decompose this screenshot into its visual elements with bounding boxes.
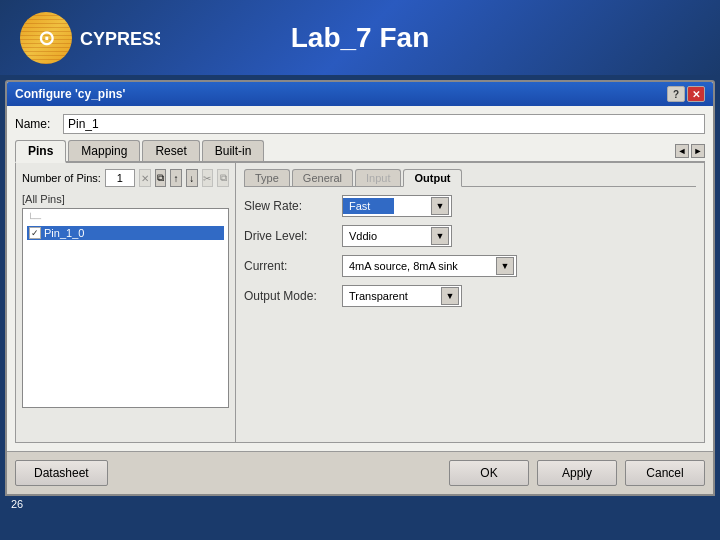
pin-list: └─ ✓ Pin_1_0 — [22, 208, 229, 408]
all-pins-label: [All Pins] — [22, 193, 229, 205]
pin-name: Pin_1_0 — [44, 227, 84, 239]
tab-pins[interactable]: Pins — [15, 140, 66, 163]
tab-builtin[interactable]: Built-in — [202, 140, 265, 161]
right-panel: Type General Input Output Slew Rate: Fas… — [236, 163, 704, 442]
remove-pin-button[interactable]: ✕ — [139, 169, 151, 187]
drive-level-arrow[interactable]: ▼ — [431, 227, 449, 245]
move-up-button[interactable]: ↑ — [170, 169, 182, 187]
footer-right: OK Apply Cancel — [449, 460, 705, 486]
output-mode-label: Output Mode: — [244, 289, 334, 303]
page-number: 26 — [5, 496, 715, 512]
name-input[interactable] — [63, 114, 705, 134]
dialog-body: Name: Pins Mapping Reset Built-in ◄ ► Nu… — [7, 106, 713, 451]
num-pins-input[interactable] — [105, 169, 135, 187]
pin-checkbox[interactable]: ✓ — [29, 227, 41, 239]
cancel-button[interactable]: Cancel — [625, 460, 705, 486]
dialog-footer: Datasheet OK Apply Cancel — [7, 451, 713, 494]
cypress-logo-box: CYPRESS — [80, 23, 160, 53]
tab-content: Number of Pins: ✕ ⧉ ↑ ↓ ✂ ⧉ [All Pins] └… — [15, 163, 705, 443]
drive-level-select[interactable]: Vddio ▼ — [342, 225, 452, 247]
output-mode-arrow[interactable]: ▼ — [441, 287, 459, 305]
footer-left: Datasheet — [15, 460, 108, 486]
output-mode-select[interactable]: Transparent ▼ — [342, 285, 462, 307]
tab-next-button[interactable]: ► — [691, 144, 705, 158]
pin-item-inner: ✓ Pin_1_0 — [29, 227, 84, 239]
tab-mapping[interactable]: Mapping — [68, 140, 140, 161]
sub-tabs-row: Type General Input Output — [244, 169, 696, 187]
left-panel: Number of Pins: ✕ ⧉ ↑ ↓ ✂ ⧉ [All Pins] └… — [16, 163, 236, 442]
num-pins-label: Number of Pins: — [22, 172, 101, 184]
dialog-titlebar: Configure 'cy_pins' ? ✕ — [7, 82, 713, 106]
name-label: Name: — [15, 117, 55, 131]
slew-rate-value: Fast — [343, 198, 394, 214]
subtab-general[interactable]: General — [292, 169, 353, 186]
move-down-button[interactable]: ↓ — [186, 169, 198, 187]
subtab-type[interactable]: Type — [244, 169, 290, 186]
list-item[interactable]: ✓ Pin_1_0 — [27, 226, 224, 240]
logo-area: ⊙ CYPRESS — [20, 12, 160, 64]
apply-button[interactable]: Apply — [537, 460, 617, 486]
cypress-logo-circle: ⊙ — [20, 12, 72, 64]
slew-rate-select[interactable]: Fast ▼ — [342, 195, 452, 217]
current-select-wrapper: 4mA source, 8mA sink ▼ — [342, 255, 517, 277]
name-row: Name: — [15, 114, 705, 134]
output-mode-row: Output Mode: Transparent ▼ — [244, 285, 696, 307]
configure-dialog: Configure 'cy_pins' ? ✕ Name: Pins Mappi… — [5, 80, 715, 496]
slew-rate-select-wrapper: Fast ▼ — [342, 195, 452, 217]
header: ⊙ CYPRESS Lab_7 Fan — [0, 0, 720, 75]
svg-text:CYPRESS: CYPRESS — [80, 29, 160, 49]
drive-level-select-wrapper: Vddio ▼ — [342, 225, 452, 247]
copy-pin-button[interactable]: ⧉ — [155, 169, 167, 187]
slew-rate-row: Slew Rate: Fast ▼ — [244, 195, 696, 217]
cut-button[interactable]: ✂ — [202, 169, 214, 187]
drive-level-row: Drive Level: Vddio ▼ — [244, 225, 696, 247]
current-label: Current: — [244, 259, 334, 273]
current-arrow[interactable]: ▼ — [496, 257, 514, 275]
output-mode-select-wrapper: Transparent ▼ — [342, 285, 462, 307]
cypress-wordmark: CYPRESS — [80, 23, 160, 53]
titlebar-buttons: ? ✕ — [667, 86, 705, 102]
dialog-title: Configure 'cy_pins' — [15, 87, 125, 101]
slew-rate-arrow[interactable]: ▼ — [431, 197, 449, 215]
subtab-output[interactable]: Output — [403, 169, 461, 187]
current-select[interactable]: 4mA source, 8mA sink ▼ — [342, 255, 517, 277]
tree-root: └─ — [27, 213, 224, 226]
paste-button[interactable]: ⧉ — [217, 169, 229, 187]
close-button[interactable]: ✕ — [687, 86, 705, 102]
subtab-input[interactable]: Input — [355, 169, 401, 186]
datasheet-button[interactable]: Datasheet — [15, 460, 108, 486]
help-button[interactable]: ? — [667, 86, 685, 102]
current-value: 4mA source, 8mA sink — [343, 258, 482, 274]
ok-button[interactable]: OK — [449, 460, 529, 486]
logo-emblem: ⊙ — [38, 26, 55, 50]
tabs-row: Pins Mapping Reset Built-in ◄ ► — [15, 140, 705, 163]
tab-reset[interactable]: Reset — [142, 140, 199, 161]
slew-rate-label: Slew Rate: — [244, 199, 334, 213]
config-rows: Slew Rate: Fast ▼ Drive Level: — [244, 195, 696, 307]
output-mode-value: Transparent — [343, 288, 432, 304]
drive-level-label: Drive Level: — [244, 229, 334, 243]
tab-nav-buttons: ◄ ► — [675, 144, 705, 161]
tab-prev-button[interactable]: ◄ — [675, 144, 689, 158]
page-title: Lab_7 Fan — [291, 22, 429, 54]
current-row: Current: 4mA source, 8mA sink ▼ — [244, 255, 696, 277]
num-pins-row: Number of Pins: ✕ ⧉ ↑ ↓ ✂ ⧉ — [22, 169, 229, 187]
drive-level-value: Vddio — [343, 228, 401, 244]
